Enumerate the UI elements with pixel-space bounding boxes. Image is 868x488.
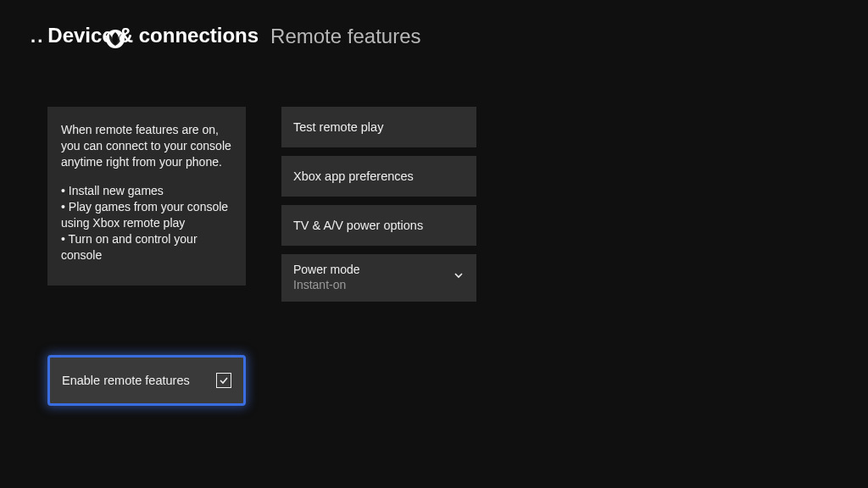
- info-intro-text: When remote features are on, you can con…: [61, 122, 232, 170]
- info-bullet: • Turn on and control your console: [61, 231, 232, 263]
- power-mode-text: Power mode Instant-on: [293, 263, 360, 291]
- info-bullet: • Play games from your console using Xbo…: [61, 199, 232, 231]
- enable-remote-features-checkbox[interactable]: Enable remote features: [47, 355, 246, 406]
- power-mode-label: Power mode: [293, 263, 360, 276]
- header-dots: . .: [31, 25, 41, 47]
- option-label: Test remote play: [293, 120, 383, 134]
- breadcrumb-header: . . Device& connections Remote features: [0, 0, 868, 49]
- enable-remote-features-label: Enable remote features: [62, 374, 190, 387]
- xbox-app-preferences-button[interactable]: Xbox app preferences: [281, 156, 476, 197]
- option-label: TV & A/V power options: [293, 219, 423, 232]
- option-label: Xbox app preferences: [293, 169, 414, 183]
- breadcrumb-sub: Remote features: [270, 25, 420, 48]
- content-area: When remote features are on, you can con…: [0, 49, 868, 406]
- tv-av-power-options-button[interactable]: TV & A/V power options: [281, 205, 476, 246]
- info-panel: When remote features are on, you can con…: [47, 107, 246, 286]
- power-mode-value: Instant-on: [293, 278, 360, 291]
- breadcrumb-main-pre: Device: [47, 24, 113, 47]
- chevron-down-icon: [453, 269, 465, 285]
- power-mode-dropdown[interactable]: Power mode Instant-on: [281, 254, 476, 302]
- info-bullet: • Install new games: [61, 183, 232, 199]
- test-remote-play-button[interactable]: Test remote play: [281, 107, 476, 147]
- checkbox-icon: [216, 373, 231, 388]
- breadcrumb-main-wrap: Device& connections: [47, 24, 259, 49]
- left-column: When remote features are on, you can con…: [47, 107, 246, 406]
- breadcrumb-main-post: & connections: [119, 24, 259, 47]
- right-column: Test remote play Xbox app preferences TV…: [281, 107, 476, 406]
